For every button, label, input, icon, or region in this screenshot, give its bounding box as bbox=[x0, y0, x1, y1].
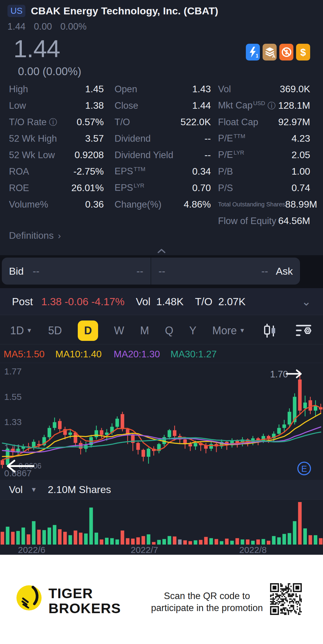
promo-footer: TIGER BROKERS Scan the QR code to partic… bbox=[0, 555, 323, 644]
stat-value: 522.0K bbox=[181, 117, 211, 128]
ma-legend-ma20: MA20:1.30 bbox=[114, 349, 160, 360]
volume-chart[interactable]: 2022/62022/72022/8 bbox=[0, 500, 323, 555]
ma-legend-ma10: MA10:1.40 bbox=[55, 349, 102, 360]
stat-cell: Vol369.0K bbox=[218, 84, 310, 95]
svg-text:1: 1 bbox=[256, 53, 258, 58]
tab-5d[interactable]: 5D bbox=[48, 324, 62, 337]
stat-label: T/O bbox=[115, 117, 130, 128]
stat-cell: Open1.43 bbox=[115, 84, 211, 95]
stats-row: 52 Wk Low0.9208Dividend Yield--P/ELYR2.0… bbox=[0, 147, 323, 163]
stat-value: 1.38 bbox=[85, 100, 104, 111]
divider bbox=[0, 285, 323, 288]
feature-badges: 1A$ bbox=[246, 44, 310, 61]
post-turnover: T/O 2.07K bbox=[195, 296, 246, 308]
stat-value: 0.9208 bbox=[74, 149, 104, 161]
chevron-down-icon[interactable]: ⌄ bbox=[301, 295, 311, 308]
stat-value: 88.99M bbox=[285, 199, 317, 210]
no-day-trade-badge[interactable] bbox=[279, 44, 293, 61]
stat-value: 3.57 bbox=[85, 133, 104, 144]
header-change: 0.00 bbox=[34, 21, 52, 32]
promo-text: Scan the QR code to participate in the p… bbox=[129, 590, 285, 614]
tier-a-badge[interactable]: A bbox=[263, 44, 277, 61]
bid-ask-band: Bid -- -- -- -- Ask bbox=[0, 255, 323, 285]
stat-cell: Flow of Equity64.56M bbox=[218, 215, 310, 226]
stat-label: Flow of Equity bbox=[218, 216, 276, 226]
stat-cell: Volume%0.36 bbox=[9, 199, 104, 210]
stat-cell: T/O Rateⓘ0.57% bbox=[9, 117, 104, 128]
post-market-row[interactable]: Post 1.38 -0.06 -4.17% Vol 1.48K T/O 2.0… bbox=[0, 288, 323, 315]
tiger-brokers-logo bbox=[16, 585, 42, 611]
stat-cell: Dividend Yield-- bbox=[115, 149, 211, 161]
stat-label: High bbox=[9, 84, 28, 95]
collapse-stats-button[interactable] bbox=[0, 248, 323, 255]
info-icon[interactable]: ⓘ bbox=[49, 117, 57, 128]
stat-label: P/ETTM bbox=[218, 133, 245, 144]
stat-cell: 52 Wk Low0.9208 bbox=[9, 149, 104, 161]
candlestick-chart[interactable]: 1.771.551.331.110.88670.96061.70E bbox=[0, 363, 323, 480]
stat-value: 2.05 bbox=[292, 149, 310, 161]
stats-row: Volume%0.36Change(%)4.86%Total Outstandi… bbox=[0, 196, 323, 213]
bid-label: Bid bbox=[9, 265, 24, 277]
stat-label: T/O Rate bbox=[9, 117, 47, 128]
stat-label: Dividend Yield bbox=[115, 150, 173, 161]
tab-w[interactable]: W bbox=[114, 324, 124, 337]
flash-order-badge[interactable]: 1 bbox=[246, 44, 260, 61]
tab-m[interactable]: M bbox=[140, 324, 149, 337]
usd-badge[interactable]: $ bbox=[296, 44, 310, 61]
svg-text:A: A bbox=[272, 54, 275, 58]
stats-row: Low1.38Close1.44Mkt CapUSDⓘ128.1M bbox=[0, 97, 323, 114]
info-icon[interactable]: ⓘ bbox=[268, 100, 276, 111]
stat-cell: P/S0.74 bbox=[218, 182, 310, 193]
stat-label: Dividend bbox=[115, 133, 151, 144]
tab-y[interactable]: Y bbox=[189, 324, 196, 337]
period-tab-bar: 1D▼5DDWMQYMore▼ bbox=[0, 317, 323, 344]
chart-style-candlestick-icon[interactable] bbox=[261, 322, 278, 339]
stat-label: Mkt CapUSD bbox=[218, 100, 265, 111]
stats-row: T/O Rateⓘ0.57%T/O522.0KFloat Cap92.97M bbox=[0, 114, 323, 130]
stat-cell: T/O522.0K bbox=[115, 117, 211, 128]
stat-value: -- bbox=[205, 149, 211, 161]
stat-cell: Low1.38 bbox=[9, 100, 104, 111]
x-axis-label: 2022/6 bbox=[18, 545, 45, 555]
stats-grid: High1.45Open1.43Vol369.0KLow1.38Close1.4… bbox=[0, 81, 323, 229]
svg-text:1.55: 1.55 bbox=[4, 392, 22, 402]
tab-d[interactable]: D bbox=[78, 321, 98, 341]
chevron-right-icon: › bbox=[58, 231, 61, 241]
header: US CBAK Energy Technology, Inc. (CBAT) 1… bbox=[7, 5, 316, 32]
stat-value: 0.34 bbox=[192, 166, 211, 177]
stat-cell: EPSLYR0.70 bbox=[115, 182, 211, 193]
post-quote: 1.38 -0.06 -4.17% bbox=[41, 296, 124, 308]
bid-ask-panel[interactable]: Bid -- -- -- -- Ask bbox=[2, 258, 300, 285]
stat-cell: Float Cap92.97M bbox=[218, 117, 310, 128]
volume-pane-header[interactable]: Vol ▼ 2.10M Shares bbox=[0, 480, 323, 500]
stat-value: 369.0K bbox=[280, 84, 310, 95]
stat-value: -- bbox=[205, 133, 211, 144]
stats-row: ROE26.01%EPSLYR0.70P/S0.74 bbox=[0, 180, 323, 196]
stat-label: P/S bbox=[218, 183, 233, 193]
stat-value: 4.23 bbox=[292, 133, 310, 144]
earnings-event-marker[interactable]: E bbox=[298, 462, 310, 475]
stat-cell: P/ETTM4.23 bbox=[218, 133, 310, 144]
indicator-settings-icon[interactable] bbox=[294, 322, 313, 339]
definitions-link[interactable]: Definitions › bbox=[9, 230, 61, 241]
ask-half: -- -- Ask bbox=[151, 258, 300, 285]
tab-1d[interactable]: 1D▼ bbox=[10, 324, 32, 337]
ma-legend-ma30: MA30:1.27 bbox=[170, 349, 217, 360]
tab-more[interactable]: More▼ bbox=[212, 324, 245, 337]
tab-q[interactable]: Q bbox=[165, 324, 173, 337]
stat-cell: ROA-2.75% bbox=[9, 166, 104, 177]
stat-value: 0.57% bbox=[77, 117, 104, 128]
stat-label: Volume% bbox=[9, 199, 48, 210]
stat-cell: Change(%)4.86% bbox=[115, 199, 211, 210]
scroll-right-arrow-icon[interactable] bbox=[287, 370, 301, 377]
stat-cell: P/ELYR2.05 bbox=[218, 149, 310, 161]
stat-cell: Close1.44 bbox=[115, 100, 211, 111]
ma-legend-ma5: MA5:1.50 bbox=[4, 349, 45, 360]
stat-value: 0.36 bbox=[85, 199, 104, 210]
post-label: Post bbox=[12, 296, 33, 308]
stats-row: ROA-2.75%EPSTTM0.34P/B1.00 bbox=[0, 163, 323, 180]
triangle-down-icon[interactable]: ▼ bbox=[31, 486, 37, 494]
chevron-up-icon bbox=[156, 248, 167, 254]
stat-label: Vol bbox=[218, 84, 231, 95]
stat-cell: P/B1.00 bbox=[218, 166, 310, 177]
